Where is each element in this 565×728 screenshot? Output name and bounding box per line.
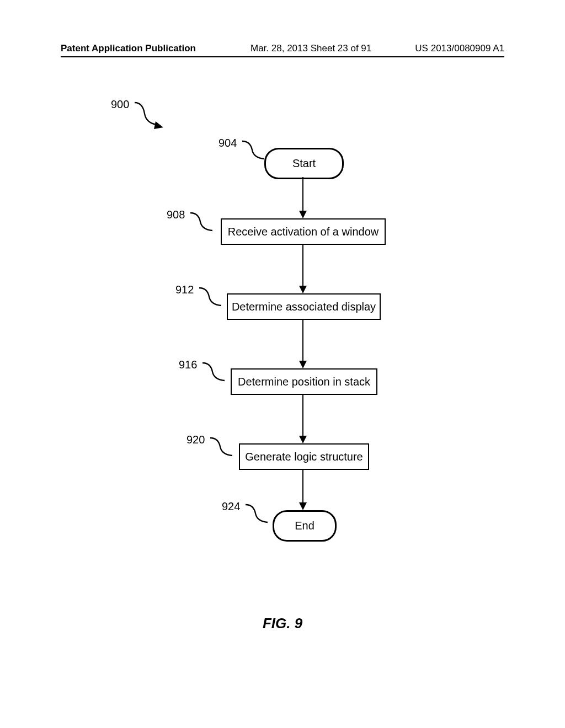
leader-920: [209, 437, 242, 462]
arrow-4: [299, 436, 307, 443]
start-node: Start: [264, 148, 344, 179]
connector-1: [302, 177, 303, 212]
end-label: End: [295, 520, 315, 532]
end-node: End: [273, 510, 337, 542]
leader-908: [189, 212, 222, 237]
arrow-5: [299, 502, 307, 510]
ref-900: 900: [111, 98, 129, 111]
leader-900: [134, 101, 167, 132]
connector-4: [302, 394, 303, 437]
start-label: Start: [292, 157, 316, 170]
connector-3: [302, 319, 303, 362]
ref-904: 904: [218, 137, 237, 149]
step-generate-logic: Generate logic structure: [239, 443, 369, 470]
ref-912: 912: [175, 283, 194, 296]
step3-label: Determine position in stack: [238, 376, 370, 388]
step2-label: Determine associated display: [232, 301, 376, 313]
ref-916: 916: [179, 358, 197, 371]
arrow-3: [299, 361, 307, 368]
leader-912: [198, 287, 231, 312]
step1-label: Receive activation of a window: [228, 226, 379, 238]
connector-2: [302, 244, 303, 287]
figure-caption: FIG. 9: [0, 615, 565, 632]
page: Patent Application Publication Mar. 28, …: [0, 0, 565, 728]
svg-marker-0: [154, 121, 163, 129]
step-receive-activation: Receive activation of a window: [221, 218, 386, 245]
step-determine-display: Determine associated display: [227, 293, 381, 320]
leader-916: [201, 362, 234, 387]
ref-924: 924: [222, 500, 240, 513]
arrow-2: [299, 286, 307, 293]
connector-5: [302, 469, 303, 504]
arrow-1: [299, 211, 307, 218]
step-determine-position: Determine position in stack: [231, 368, 377, 395]
ref-908: 908: [167, 208, 185, 221]
ref-920: 920: [186, 433, 205, 446]
step4-label: Generate logic structure: [245, 451, 363, 463]
